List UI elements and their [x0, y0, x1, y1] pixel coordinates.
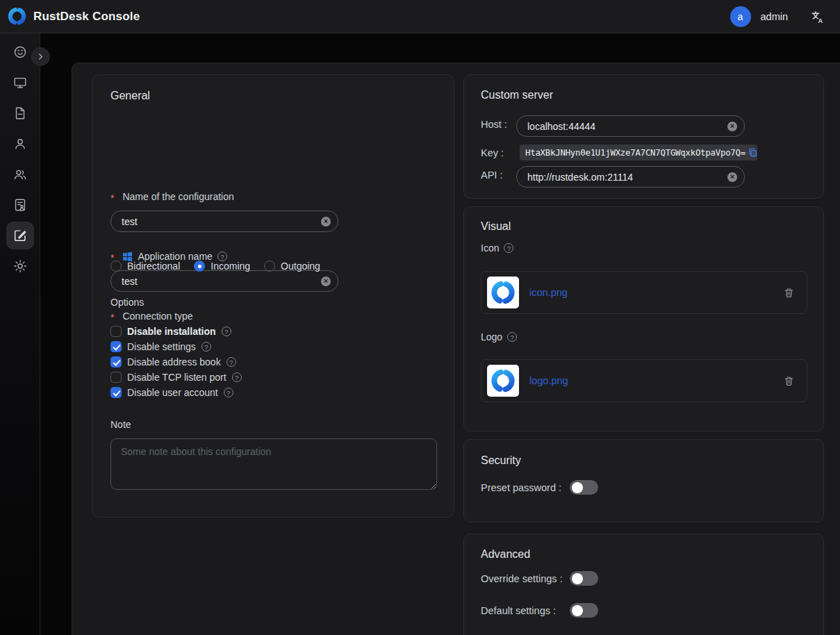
- help-icon[interactable]: [504, 243, 513, 253]
- default-settings-toggle[interactable]: [570, 603, 598, 618]
- help-icon[interactable]: [507, 332, 517, 342]
- help-icon[interactable]: [227, 357, 236, 367]
- checkbox[interactable]: [110, 341, 122, 352]
- help-icon[interactable]: [217, 251, 227, 261]
- sidebar-item-devices[interactable]: [6, 69, 34, 97]
- general-card-title: General: [110, 90, 150, 102]
- radio-circle[interactable]: [194, 261, 205, 272]
- general-card: General Name of the configuration Applic…: [92, 74, 454, 518]
- help-icon[interactable]: [232, 372, 242, 382]
- settings-gear-icon: [13, 258, 28, 274]
- language-translate-icon[interactable]: A: [810, 10, 825, 24]
- advanced-card: Advanced Override settings : Default set…: [463, 534, 824, 635]
- option-label: Disable installation: [127, 326, 216, 337]
- chevron-right-icon: [37, 53, 44, 60]
- config-name-input[interactable]: [111, 216, 321, 227]
- option-disable-installation[interactable]: Disable installation: [110, 324, 231, 338]
- visual-title: Visual: [481, 220, 511, 233]
- preset-password-label: Preset password :: [481, 482, 561, 493]
- advanced-title: Advanced: [481, 548, 530, 561]
- help-icon[interactable]: [222, 327, 231, 336]
- host-input[interactable]: [517, 121, 727, 132]
- app-name-input-wrap: [110, 270, 338, 292]
- sidebar-item-users[interactable]: [6, 130, 34, 158]
- logo-upload-box: logo.png: [481, 359, 807, 402]
- default-settings-label: Default settings :: [481, 605, 556, 616]
- options-label: Options: [110, 297, 144, 308]
- server-key-value: HtaXBkJNHyn0e1U1jWXze7A7CN7QTGWqxkOtpaVp…: [525, 148, 746, 158]
- host-label: Host :: [481, 119, 507, 130]
- sidebar-item-dashboard[interactable]: [6, 38, 34, 66]
- main-panel: General Name of the configuration Applic…: [72, 63, 840, 635]
- api-label: API :: [481, 170, 502, 181]
- note-label: Note: [110, 419, 131, 430]
- sidebar-expand-button[interactable]: [31, 47, 50, 66]
- radio-bidirectional[interactable]: Bidirectional: [110, 261, 180, 272]
- radio-incoming[interactable]: Incoming: [194, 261, 250, 272]
- document-icon: [13, 106, 28, 121]
- server-key-chip: HtaXBkJNHyn0e1U1jWXze7A7CN7QTGWqxkOtpaVp…: [520, 145, 757, 160]
- clear-icon[interactable]: [321, 277, 331, 286]
- host-input-wrap: [516, 115, 745, 137]
- config-name-input-wrap: [110, 211, 338, 232]
- icon-upload-box: icon.png: [481, 271, 807, 314]
- option-disable-tcp-listen-port[interactable]: Disable TCP listen port: [110, 370, 242, 384]
- app-name-input[interactable]: [111, 276, 321, 287]
- edit-square-icon: [13, 228, 28, 243]
- checkbox[interactable]: [110, 326, 122, 337]
- note-textarea[interactable]: [110, 438, 437, 490]
- api-input[interactable]: [517, 172, 727, 183]
- user-name[interactable]: admin: [761, 11, 789, 22]
- clear-icon[interactable]: [321, 217, 331, 226]
- sidebar: [0, 33, 40, 635]
- option-label: Disable address book: [127, 356, 221, 368]
- icon-file-link[interactable]: icon.png: [529, 287, 568, 298]
- connection-type-radios: Bidirectional Incoming Outgoing: [110, 261, 320, 272]
- smiley-icon: [13, 44, 28, 60]
- logo-thumbnail: [487, 365, 519, 397]
- user-avatar[interactable]: a: [730, 6, 751, 27]
- icon-upload-label: Icon: [481, 242, 513, 254]
- preset-password-toggle[interactable]: [570, 480, 598, 495]
- option-disable-user-account[interactable]: Disable user account: [110, 386, 233, 399]
- sidebar-item-settings[interactable]: [6, 252, 34, 280]
- override-settings-label: Override settings :: [481, 573, 563, 584]
- sidebar-item-audit[interactable]: [6, 191, 34, 219]
- checkbox[interactable]: [110, 372, 122, 383]
- api-input-wrap: [516, 166, 745, 188]
- monitor-icon: [13, 75, 28, 90]
- option-label: Disable TCP listen port: [127, 372, 227, 383]
- option-disable-settings[interactable]: Disable settings: [110, 340, 211, 354]
- custom-server-card: Custom server Host : Key : HtaXBkJNHyn0e…: [463, 74, 824, 199]
- radio-circle[interactable]: [264, 261, 275, 272]
- audit-log-icon: [13, 197, 28, 213]
- clear-icon[interactable]: [727, 122, 737, 131]
- config-name-label: Name of the configuration: [110, 191, 234, 202]
- option-label: Disable settings: [127, 341, 196, 352]
- clear-icon[interactable]: [727, 172, 737, 182]
- connection-type-label: Connection type: [110, 311, 193, 322]
- user-icon: [13, 136, 28, 151]
- security-card: Security Preset password :: [463, 439, 824, 522]
- sidebar-item-custom-clients[interactable]: [6, 222, 34, 249]
- help-icon[interactable]: [224, 388, 233, 397]
- radio-outgoing[interactable]: Outgoing: [264, 261, 320, 272]
- checkbox[interactable]: [110, 356, 122, 368]
- logo-file-link[interactable]: logo.png: [529, 375, 568, 386]
- override-settings-toggle[interactable]: [570, 571, 598, 586]
- trash-icon[interactable]: [784, 288, 794, 298]
- checkbox[interactable]: [110, 387, 122, 398]
- logo-upload-label: Logo: [481, 331, 517, 343]
- trash-icon[interactable]: [784, 376, 794, 386]
- rustdesk-logo-icon: [7, 6, 27, 26]
- app-title: RustDesk Console: [33, 10, 140, 24]
- copy-icon[interactable]: [748, 148, 757, 157]
- option-label: Disable user account: [127, 387, 218, 398]
- help-icon[interactable]: [201, 342, 211, 352]
- sidebar-item-logs[interactable]: [6, 99, 34, 127]
- option-disable-address-book[interactable]: Disable address book: [110, 355, 236, 369]
- icon-thumbnail: [487, 277, 519, 308]
- radio-circle[interactable]: [110, 261, 122, 272]
- key-label: Key :: [481, 147, 504, 158]
- sidebar-item-groups[interactable]: [6, 160, 34, 188]
